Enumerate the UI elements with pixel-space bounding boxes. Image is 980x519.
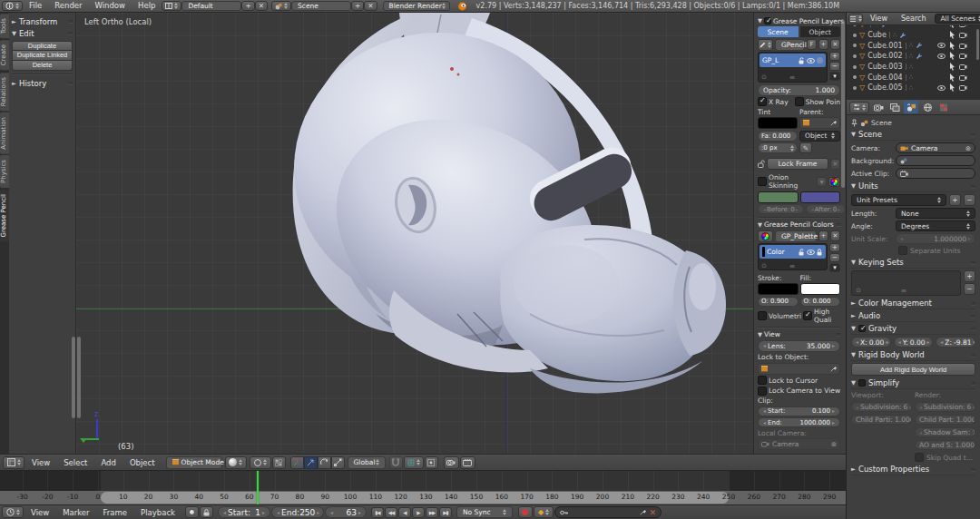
fill-color-swatch[interactable]	[800, 283, 841, 295]
clear-icon[interactable]: ⊗	[965, 144, 971, 152]
menu-object[interactable]: Object	[123, 458, 162, 467]
orientation-select[interactable]: Global	[348, 456, 386, 469]
outliner-row[interactable]: ▽ Cube.002 ∴	[853, 51, 980, 62]
panel-grip[interactable]: ≡	[835, 330, 840, 338]
add-layout-button[interactable]: +	[241, 1, 254, 11]
gp-enable-checkbox[interactable]	[764, 17, 771, 24]
arrow-right-icon[interactable]: ▸	[358, 510, 361, 515]
list-resize-grip[interactable]: ≡	[789, 262, 796, 270]
timeline-tracks[interactable]	[0, 471, 846, 491]
menu-render[interactable]: Render	[48, 0, 88, 12]
unlock-icon[interactable]	[799, 249, 805, 256]
cursor-arrow-icon[interactable]	[949, 83, 956, 92]
disclosure-dot[interactable]	[853, 65, 857, 69]
gp-layers-header[interactable]: ▼ Grease Pencil Layers	[758, 17, 840, 25]
editor-type-button[interactable]	[2, 1, 23, 11]
thickness-field[interactable]: :0 px	[758, 142, 798, 153]
arrow-right-icon[interactable]: ▸	[927, 339, 930, 345]
before-color-swatch[interactable]	[758, 191, 799, 203]
color-management-header[interactable]: ► Color Management ≡	[851, 298, 975, 309]
arrow-right-icon[interactable]: ▸	[317, 510, 319, 515]
unlink-datablock-button[interactable]: ✕	[830, 39, 840, 50]
close-scene-button[interactable]: ✕	[364, 1, 377, 11]
viewport-subdivision-field[interactable]: ◂ Subdivision: 6 ▸	[851, 402, 912, 412]
eye-icon[interactable]	[937, 43, 946, 48]
unit-scale-field[interactable]: ◂ 1.000000 ▸	[896, 233, 975, 244]
stroke-color-swatch[interactable]	[758, 283, 799, 295]
disclosure-dot[interactable]	[853, 86, 857, 90]
cursor-arrow-icon[interactable]	[949, 31, 956, 39]
opacity-slider[interactable]: Opacity: 1.000	[758, 84, 840, 96]
angle-select[interactable]: Degrees	[896, 220, 975, 231]
active-clip-field[interactable]	[896, 168, 975, 179]
gravity-checkbox[interactable]	[858, 325, 866, 332]
clear-keyingset-icon[interactable]: ✕	[649, 508, 656, 517]
arrow-left-icon[interactable]: ◂	[277, 510, 279, 515]
cursor-arrow-icon[interactable]	[949, 63, 956, 71]
outliner-scrollbar[interactable]	[976, 29, 979, 60]
lock-camera-checkbox[interactable]	[758, 387, 767, 396]
cursor-arrow-icon[interactable]	[949, 52, 956, 60]
tab-object[interactable]: Object	[800, 26, 841, 37]
arrow-right-icon[interactable]: ▸	[832, 408, 835, 414]
onion-checkbox[interactable]	[758, 177, 767, 186]
modifier-wrench-icon[interactable]	[899, 32, 906, 39]
tab-scene[interactable]: Scene	[758, 26, 799, 37]
translate-manipulator-button[interactable]	[304, 456, 318, 469]
cursor-arrow-icon[interactable]	[949, 73, 956, 82]
disclosure-dot[interactable]	[853, 75, 857, 79]
duplicate-button[interactable]: Duplicate	[12, 41, 73, 51]
menu-view[interactable]: View	[25, 458, 56, 467]
units-panel-header[interactable]: ▼ Units ≡	[851, 181, 975, 192]
tab-physics[interactable]: Physics	[0, 155, 9, 188]
unlink-palette-button[interactable]: ✕	[830, 230, 840, 241]
panel-grip[interactable]: ≡	[970, 325, 975, 333]
editor-type-button[interactable]	[3, 456, 24, 469]
high-quality-checkbox[interactable]	[803, 311, 812, 320]
unit-presets-select[interactable]: Unit Presets	[851, 194, 946, 206]
tint-factor-slider[interactable]: Fa: 0.000	[758, 131, 798, 142]
menu-view[interactable]: View	[864, 15, 894, 23]
clip-start-field[interactable]: ◂ Start: 0.100 ▸	[758, 406, 840, 416]
lens-slider[interactable]: ◂ Lens: 35.000 ▸	[758, 340, 840, 352]
camera-field[interactable]: Camera ⊗	[896, 142, 975, 153]
show-points-checkbox[interactable]	[795, 97, 804, 106]
render-camera-icon[interactable]	[959, 74, 967, 81]
skip-quad-checkbox[interactable]	[915, 453, 924, 462]
disclosure-dot[interactable]	[853, 54, 857, 58]
tab-create[interactable]: Create	[0, 40, 9, 70]
panel-grip[interactable]: ≡	[67, 79, 73, 87]
arrow-left-icon[interactable]: ◂	[223, 510, 226, 515]
render-camera-icon[interactable]	[959, 64, 967, 70]
editor-type-button[interactable]	[2, 506, 24, 518]
rigid-body-header[interactable]: ▼ Rigid Body World ≡	[851, 349, 975, 361]
menu-marker[interactable]: Marker	[56, 508, 95, 517]
menu-select[interactable]: Select	[57, 458, 93, 467]
menu-add[interactable]: Add	[94, 458, 122, 467]
separate-units-checkbox[interactable]	[898, 246, 907, 255]
menu-playback[interactable]: Playback	[134, 508, 181, 517]
lock-icon[interactable]	[817, 249, 823, 256]
close-icon[interactable]: ⊗	[831, 440, 837, 448]
panel-grip[interactable]: ≡	[67, 17, 73, 25]
render-camera-icon[interactable]	[959, 84, 967, 91]
panel-grip[interactable]: ≡	[970, 312, 975, 320]
next-keyframe-button[interactable]: ▶▶	[426, 507, 438, 518]
scene-name-field[interactable]: Scene	[291, 1, 351, 11]
tab-relations[interactable]: Relations	[0, 73, 9, 111]
arrow-left-icon[interactable]: ◂	[763, 420, 766, 426]
play-reverse-button[interactable]: ◀	[398, 507, 411, 518]
outliner-row[interactable]: ▽ Cube.001 ∴	[853, 40, 980, 51]
panel-grip[interactable]: ≡	[970, 379, 975, 387]
local-camera-field[interactable]: Camera ⊗	[758, 438, 840, 450]
ao-sss-field[interactable]: AO and S: 1.000	[915, 440, 975, 450]
keying-sets-list[interactable]: ⊙ ≡	[851, 270, 961, 296]
simplify-checkbox[interactable]	[858, 379, 866, 387]
after-frames-field[interactable]: ◂ After: 0 ▸	[806, 204, 847, 214]
viewport-child-particles-field[interactable]: Child Parti: 1.000	[851, 415, 912, 425]
menu-help[interactable]: Help	[132, 0, 162, 12]
scale-manipulator-button[interactable]	[331, 456, 345, 469]
pencil-icon-button[interactable]	[758, 39, 773, 51]
snap-element-select[interactable]	[404, 456, 424, 469]
panel-grip[interactable]: ≡	[970, 465, 975, 474]
